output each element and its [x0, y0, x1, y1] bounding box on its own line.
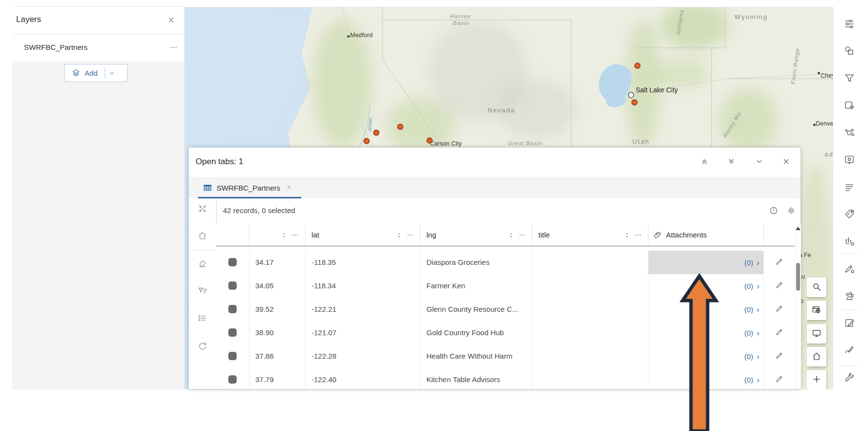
- city-ring-marker: [628, 92, 634, 98]
- panel-close-button[interactable]: [779, 155, 793, 169]
- symbol-cell: 34.17: [249, 251, 305, 274]
- search-button[interactable]: [807, 278, 826, 297]
- show-selected-records-button[interactable]: [196, 284, 209, 298]
- symbol-cell: 37.86: [249, 345, 305, 368]
- chevron-right-icon: ›: [757, 282, 759, 290]
- row-checkbox[interactable]: [228, 281, 237, 290]
- map-point-marker[interactable]: [631, 99, 638, 106]
- city-dot: [818, 72, 820, 74]
- table-scrollbar[interactable]: [795, 224, 801, 389]
- column-menu-button[interactable]: [518, 231, 526, 239]
- clear-selection-button[interactable]: [196, 257, 209, 271]
- charts-button[interactable]: [841, 234, 858, 251]
- effects-button[interactable]: [841, 98, 858, 114]
- tab-label: SWRFBC_Partners: [217, 184, 280, 192]
- column-header[interactable]: [249, 224, 305, 246]
- home-button[interactable]: [807, 347, 826, 366]
- row-checkbox[interactable]: [228, 328, 237, 337]
- tab-close-button[interactable]: [286, 184, 292, 192]
- table-toolbar: 42 records, 0 selected: [216, 198, 801, 224]
- paperclip-icon-wrap: [653, 231, 662, 239]
- back-to-map-extent-button[interactable]: [196, 229, 209, 243]
- labels-button[interactable]: [841, 207, 858, 223]
- screen-button[interactable]: [807, 324, 826, 344]
- panel-dock-button[interactable]: [724, 155, 738, 169]
- sort-toggle[interactable]: [508, 232, 514, 238]
- cell-title: Kitchen Table Advisors: [420, 368, 532, 389]
- column-menu-button[interactable]: [406, 231, 414, 239]
- edit-row-button[interactable]: [775, 374, 784, 385]
- cell-lng: -122.21: [305, 298, 420, 321]
- edit-row-button[interactable]: [775, 257, 784, 268]
- aggregation-icon: [844, 127, 855, 138]
- column-label: title: [538, 231, 550, 239]
- attachments-cell[interactable]: (0)›: [648, 251, 763, 274]
- column-header-attachments[interactable]: Attachments: [648, 224, 763, 246]
- scrollbar-thumb[interactable]: [796, 263, 800, 291]
- zoom-in-button[interactable]: [807, 370, 826, 389]
- scrollbar-up-arrow[interactable]: [796, 227, 801, 230]
- layers-close-button[interactable]: [165, 14, 178, 27]
- layer-list-item[interactable]: SWRFBC_Partners: [12, 34, 184, 61]
- table-settings-button[interactable]: [784, 204, 799, 218]
- symbol-cell: 39.52: [249, 298, 305, 321]
- attachments-link[interactable]: (0)›: [744, 259, 759, 267]
- column-menu-button[interactable]: [634, 231, 642, 239]
- info-button[interactable]: [766, 204, 781, 218]
- attachments-link[interactable]: (0)›: [744, 329, 759, 337]
- row-checkbox[interactable]: [228, 258, 237, 266]
- table-row[interactable]: 34.17-118.35Diaspora Groceries(0)›: [216, 251, 801, 275]
- pencil-icon: [775, 374, 784, 384]
- popups-button[interactable]: [841, 152, 858, 169]
- row-checkbox[interactable]: [228, 352, 237, 360]
- attachments-link[interactable]: (0)›: [744, 376, 759, 384]
- table-tools-strip: [189, 198, 217, 389]
- row-checkbox[interactable]: [228, 305, 237, 313]
- attachments-link[interactable]: (0)›: [744, 282, 759, 290]
- edit-row-button[interactable]: [775, 327, 784, 338]
- sort-toggle[interactable]: [396, 232, 402, 238]
- column-header-title[interactable]: title: [532, 224, 648, 246]
- map-point-marker[interactable]: [634, 63, 641, 69]
- fields-button[interactable]: [841, 179, 858, 196]
- row-select-cell: [216, 345, 249, 368]
- edit-row-button[interactable]: [775, 280, 784, 291]
- sketch-button[interactable]: [841, 343, 858, 359]
- refresh-button[interactable]: [196, 340, 209, 354]
- edit-row-button[interactable]: [775, 304, 784, 315]
- aggregation-button[interactable]: [841, 125, 858, 142]
- add-layer-button[interactable]: Add: [64, 64, 128, 82]
- attachments-link[interactable]: (0)›: [744, 352, 759, 361]
- filter-button[interactable]: [841, 70, 858, 87]
- fields-icon: [844, 181, 855, 193]
- column-header-lng[interactable]: lng: [420, 224, 532, 246]
- panel-minimize-button[interactable]: [752, 155, 766, 169]
- column-menu-button[interactable]: [291, 231, 299, 239]
- zoom-to-selection-button[interactable]: [196, 202, 209, 216]
- map-point-marker[interactable]: [426, 137, 433, 144]
- chevron-down-icon[interactable]: [105, 68, 115, 78]
- row-checkbox[interactable]: [228, 375, 237, 384]
- basemap-button[interactable]: [807, 301, 826, 320]
- symbol-cell: 37.79: [249, 368, 305, 389]
- column-header-lat[interactable]: lat: [305, 224, 420, 246]
- row-select-cell: [216, 251, 249, 274]
- attachments-link[interactable]: (0)›: [744, 305, 759, 314]
- panel-expand-button[interactable]: [697, 155, 711, 169]
- group-shapes-button[interactable]: [841, 288, 858, 305]
- fields-list-button[interactable]: [196, 312, 209, 325]
- properties-button[interactable]: [841, 16, 858, 33]
- tab-swrfbc-partners[interactable]: SWRFBC_Partners: [198, 177, 301, 198]
- tools-button[interactable]: [841, 370, 858, 387]
- sketch-settings-button[interactable]: [841, 261, 858, 278]
- sort-toggle[interactable]: [623, 232, 630, 238]
- map-point-marker[interactable]: [373, 129, 379, 136]
- attachments-count: (0): [744, 376, 753, 384]
- sort-toggle[interactable]: [281, 232, 288, 238]
- edit-button[interactable]: [841, 316, 858, 332]
- styles-button[interactable]: [841, 43, 858, 60]
- edit-row-button[interactable]: [775, 351, 784, 362]
- layer-options-button[interactable]: [167, 41, 180, 55]
- map-point-marker[interactable]: [397, 124, 403, 130]
- map-point-marker[interactable]: [363, 138, 370, 144]
